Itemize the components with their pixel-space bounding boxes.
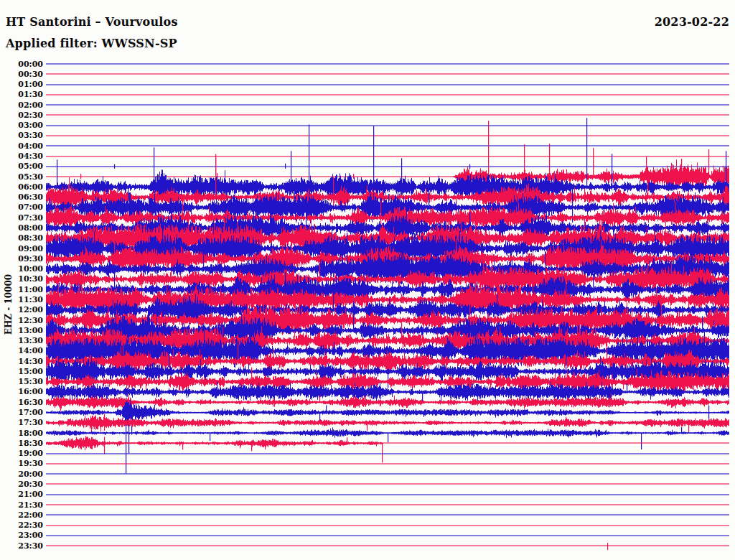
helicorder-trace-plot xyxy=(0,0,735,560)
